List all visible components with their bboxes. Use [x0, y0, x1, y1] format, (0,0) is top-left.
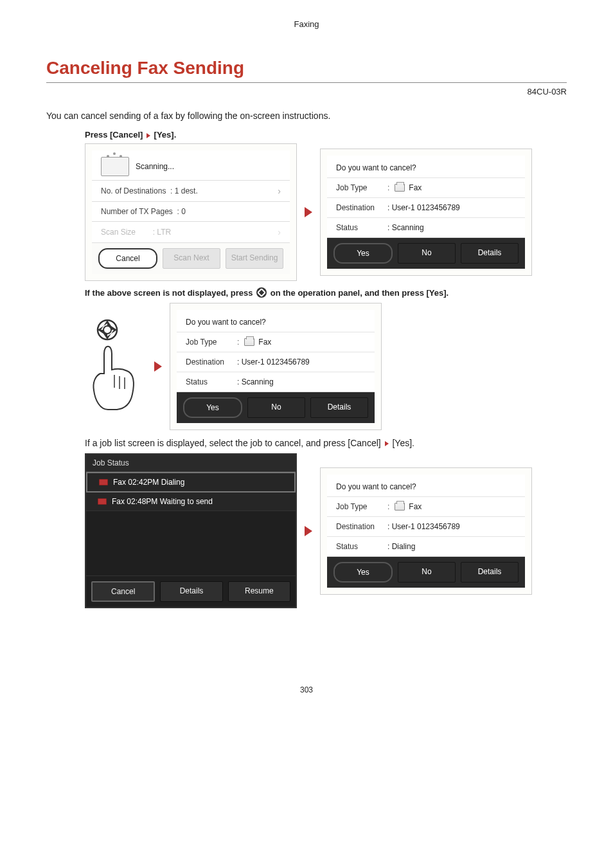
page-title: Canceling Fax Sending — [46, 58, 567, 83]
destination-value: : User-1 0123456789 — [387, 203, 460, 212]
row-destinations-label: No. of Destinations — [101, 186, 166, 195]
jobtype-label: Job Type — [336, 502, 387, 511]
destination-label: Destination — [186, 357, 237, 366]
arrow-right-icon — [305, 207, 312, 217]
figure-row-3: Job Status Fax 02:42PM Dialing Fax 02:48… — [85, 453, 567, 608]
row-destinations-value: : 1 dest. — [170, 186, 198, 195]
row-destination: Destination : User-1 0123456789 — [327, 516, 525, 536]
step-line: Press [Cancel] [Yes]. — [46, 130, 567, 140]
fax-icon — [395, 184, 405, 192]
step-part-b: [Yes]. — [154, 130, 177, 140]
status-label: Status — [336, 542, 387, 551]
row-txpages-value: : 0 — [177, 207, 186, 216]
arrow-right-icon — [305, 526, 312, 536]
figure-row-1: Scanning... No. of Destinations : 1 dest… — [85, 143, 567, 281]
arrow-right-icon — [154, 361, 162, 372]
figure-row-2: Do you want to cancel? Job Type : Fax De… — [85, 303, 567, 430]
jobtype-label: Job Type — [336, 183, 387, 192]
confirm-panel-1: Do you want to cancel? Job Type : Fax De… — [320, 149, 532, 276]
jobtype-label: Job Type — [186, 338, 237, 347]
page-number: 303 — [46, 685, 567, 694]
status-label: Status — [336, 223, 387, 232]
no-button[interactable]: No — [398, 243, 456, 264]
confirm-question: Do you want to cancel? — [327, 475, 525, 496]
svg-point-1 — [103, 326, 111, 334]
row-jobtype: Job Type : Fax — [177, 332, 375, 352]
intro-text: You can cancel sending of a fax by follo… — [46, 111, 567, 121]
row-status: Status : Scanning — [177, 372, 375, 392]
job-item-label: Fax 02:42PM Dialing — [113, 478, 184, 487]
scanning-label: Scanning... — [136, 162, 174, 171]
row-status: Status : Dialing — [327, 536, 525, 556]
chevron-right-icon: › — [278, 186, 281, 196]
fax-job-icon — [98, 498, 107, 505]
fax-icon — [244, 338, 254, 346]
yes-button[interactable]: Yes — [183, 397, 242, 418]
row-scansize-value: : LTR — [153, 228, 171, 237]
row-destination: Destination : User-1 0123456789 — [177, 352, 375, 372]
no-button[interactable]: No — [247, 397, 305, 418]
confirm-question: Do you want to cancel? — [327, 156, 525, 177]
details-button[interactable]: Details — [461, 243, 519, 264]
confirm-question: Do you want to cancel? — [177, 310, 375, 332]
row-scansize: Scan Size : LTR › — [92, 221, 290, 242]
destination-value: : User-1 0123456789 — [387, 522, 460, 531]
after-note-a: If the above screen is not displayed, pr… — [85, 288, 253, 298]
jobtype-value: Fax — [409, 183, 422, 192]
hand-press-icon — [85, 318, 147, 415]
status-value: : Scanning — [237, 377, 274, 386]
step-part-a: Press [Cancel] — [85, 130, 143, 140]
scan-animation-icon — [101, 157, 129, 176]
row-jobtype: Job Type : Fax — [327, 177, 525, 197]
scanning-panel: Scanning... No. of Destinations : 1 dest… — [85, 143, 297, 281]
job-item-label: Fax 02:48PM Waiting to send — [112, 497, 213, 506]
arrow-right-icon — [385, 441, 389, 446]
job-list-empty-space — [86, 511, 296, 575]
status-value: : Scanning — [387, 223, 424, 232]
confirm-panel-3: Do you want to cancel? Job Type : Fax De… — [320, 467, 532, 595]
start-sending-button[interactable]: Start Sending — [226, 248, 283, 269]
no-button[interactable]: No — [398, 562, 456, 583]
job-status-panel: Job Status Fax 02:42PM Dialing Fax 02:48… — [85, 453, 297, 608]
after-note-b: on the operation panel, and then press [… — [271, 288, 449, 298]
destination-label: Destination — [336, 203, 387, 212]
job-status-header: Job Status — [86, 455, 296, 472]
confirm-panel-2: Do you want to cancel? Job Type : Fax De… — [170, 303, 382, 430]
jobtype-value: Fax — [409, 502, 422, 511]
plain-note-a: If a job list screen is displayed, selec… — [85, 438, 381, 448]
row-status: Status : Scanning — [327, 217, 525, 237]
status-value: : Dialing — [387, 542, 415, 551]
fax-job-icon — [99, 479, 108, 485]
row-txpages-label: Number of TX Pages — [101, 207, 173, 216]
after-note: If the above screen is not displayed, pr… — [46, 287, 567, 298]
job-list-item[interactable]: Fax 02:48PM Waiting to send — [86, 493, 296, 511]
details-button[interactable]: Details — [310, 397, 368, 418]
destination-value: : User-1 0123456789 — [237, 357, 310, 366]
yes-button[interactable]: Yes — [333, 562, 393, 583]
plain-note-b: [Yes]. — [392, 438, 414, 448]
fax-icon — [395, 503, 405, 511]
row-jobtype: Job Type : Fax — [327, 496, 525, 516]
doc-code: 84CU-03R — [46, 87, 567, 96]
destination-label: Destination — [336, 522, 387, 531]
row-txpages: Number of TX Pages : 0 — [92, 201, 290, 221]
status-label: Status — [186, 377, 237, 386]
chapter-header: Faxing — [46, 19, 567, 29]
cancel-button[interactable]: Cancel — [98, 248, 157, 269]
details-button[interactable]: Details — [461, 562, 519, 583]
row-destination: Destination : User-1 0123456789 — [327, 197, 525, 217]
yes-button[interactable]: Yes — [333, 243, 393, 264]
job-list-item[interactable]: Fax 02:42PM Dialing — [86, 472, 296, 493]
job-cancel-button[interactable]: Cancel — [91, 581, 155, 602]
chevron-right-icon: › — [278, 227, 281, 237]
row-scansize-label: Scan Size — [101, 228, 136, 237]
scan-next-button[interactable]: Scan Next — [163, 248, 220, 269]
plain-note: If a job list screen is displayed, selec… — [46, 438, 567, 448]
arrow-right-icon — [147, 133, 150, 138]
job-resume-button[interactable]: Resume — [228, 581, 290, 602]
jobtype-value: Fax — [258, 338, 271, 347]
stop-button-icon — [256, 287, 267, 298]
row-destinations[interactable]: No. of Destinations : 1 dest. › — [92, 180, 290, 201]
job-details-button[interactable]: Details — [160, 581, 222, 602]
